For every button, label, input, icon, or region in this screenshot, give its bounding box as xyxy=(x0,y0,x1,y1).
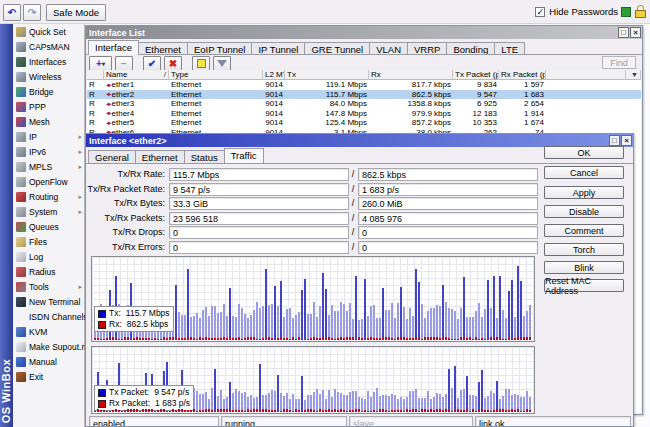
stat-tx-field: 115.7 Mbps xyxy=(169,168,349,181)
column-header-Rx Packet (p/s)[interactable]: Rx Packet (p/s) xyxy=(499,70,546,80)
dialog-tab-general[interactable]: General xyxy=(88,150,136,163)
sort-indicator: / xyxy=(164,70,166,79)
sidebar-item-ppp[interactable]: PPP xyxy=(13,99,84,114)
cancel-button[interactable]: Cancel xyxy=(544,166,624,179)
filter-dropdown-icon[interactable]: ▼ xyxy=(631,71,638,78)
dialog-tab-status[interactable]: Status xyxy=(184,150,225,163)
legend-swatch xyxy=(98,321,106,329)
column-header-Rx[interactable]: Rx xyxy=(369,70,453,80)
apply-button[interactable]: Apply xyxy=(544,186,624,199)
capsman-icon xyxy=(16,42,26,52)
sidebar-item-ip[interactable]: IP▸ xyxy=(13,129,84,144)
sidebar-item-label: PPP xyxy=(29,102,46,112)
blank-icon xyxy=(16,312,26,322)
add-icon[interactable]: +▾ xyxy=(89,56,112,71)
mpls-icon xyxy=(16,162,26,172)
safe-mode-button[interactable]: Safe Mode xyxy=(46,4,106,21)
column-header-Name[interactable]: Name/ xyxy=(104,70,169,80)
sidebar-item-label: Files xyxy=(29,237,47,247)
table-row-ether4[interactable]: R◂▸ether4Ethernet9014147.8 Mbps979.9 kbp… xyxy=(87,109,641,119)
sidebar-item-openflow[interactable]: OpenFlow xyxy=(13,174,84,189)
sidebar-item-label: New Terminal xyxy=(29,297,80,307)
column-header-Tx Packet (p/s)[interactable]: Tx Packet (p/s) xyxy=(453,70,499,80)
interface-list-titlebar[interactable]: Interface List □ × xyxy=(86,26,642,39)
maximize-icon[interactable]: □ xyxy=(618,27,629,38)
status-enabled: enabled xyxy=(89,416,219,427)
hide-passwords-checkbox[interactable]: ✓ xyxy=(535,7,545,17)
sidebar-item-label: OpenFlow xyxy=(29,177,68,187)
openflow-icon xyxy=(16,177,26,187)
ok-button[interactable]: OK xyxy=(544,146,624,159)
wireless-icon xyxy=(16,72,26,82)
sidebar-item-system[interactable]: System▸ xyxy=(13,204,84,219)
sidebar-item-files[interactable]: Files xyxy=(13,234,84,249)
status-link-ok: link ok xyxy=(475,416,631,427)
dialog-tab-ethernet[interactable]: Ethernet xyxy=(135,150,185,163)
dialog-tab-traffic[interactable]: Traffic xyxy=(224,148,264,163)
tab-interface[interactable]: Interface xyxy=(88,40,139,55)
sidebar-item-mpls[interactable]: MPLS▸ xyxy=(13,159,84,174)
sidebar-item-quick-set[interactable]: Quick Set xyxy=(13,24,84,39)
sidebar-item-ipv6[interactable]: IPv6▸ xyxy=(13,144,84,159)
column-header-Type[interactable]: Type xyxy=(169,70,263,80)
legend-value: 862.5 kbps xyxy=(127,319,169,330)
stat-rx-field: 0 xyxy=(358,241,538,254)
column-header-8[interactable] xyxy=(546,70,626,80)
find-button[interactable]: Find xyxy=(602,56,636,69)
undo-icon[interactable]: ↶ xyxy=(3,4,21,21)
sidebar-item-label: KVM xyxy=(29,327,47,337)
table-row-ether1[interactable]: R◂▸ether1Ethernet9014119.1 Mbps817.7 kbp… xyxy=(87,80,641,90)
column-header-0[interactable] xyxy=(87,70,104,80)
disable-icon[interactable]: ✖ xyxy=(164,56,182,71)
sidebar-item-isdn-channels[interactable]: ISDN Channels xyxy=(13,309,84,324)
sidebar-item-interfaces[interactable]: Interfaces xyxy=(13,54,84,69)
sidebar-item-mesh[interactable]: Mesh xyxy=(13,114,84,129)
maximize-icon[interactable]: □ xyxy=(609,135,620,146)
legend-value: 1 683 p/s xyxy=(155,398,190,409)
sidebar-item-radius[interactable]: Radius xyxy=(13,264,84,279)
sidebar-item-capsman[interactable]: CAPsMAN xyxy=(13,39,84,54)
blink-button[interactable]: Blink xyxy=(544,261,624,274)
column-header-Tx[interactable]: Tx xyxy=(285,70,369,80)
sidebar-item-label: ISDN Channels xyxy=(29,312,88,322)
manual-icon xyxy=(16,357,26,367)
sidebar-item-routing[interactable]: Routing▸ xyxy=(13,189,84,204)
remove-icon[interactable]: − xyxy=(115,56,133,71)
table-row-ether5[interactable]: R◂▸ether5Ethernet9014125.4 Mbps857.2 kbp… xyxy=(87,118,641,128)
interface-icon: ◂▸ xyxy=(106,109,111,117)
comment-button[interactable]: Comment xyxy=(544,224,624,237)
enable-icon[interactable]: ✔ xyxy=(143,56,161,71)
close-icon[interactable]: × xyxy=(621,135,632,146)
sidebar-item-wireless[interactable]: Wireless xyxy=(13,69,84,84)
sidebar-item-bridge[interactable]: Bridge xyxy=(13,84,84,99)
comment-icon[interactable] xyxy=(192,56,210,71)
disable-button[interactable]: Disable xyxy=(544,205,624,218)
interface-list-title: Interface List xyxy=(89,28,145,38)
sidebar-item-label: CAPsMAN xyxy=(29,42,70,52)
sidebar-item-exit[interactable]: Exit xyxy=(13,369,84,384)
queues-icon xyxy=(16,222,26,232)
sidebar-item-tools[interactable]: Tools▸ xyxy=(13,279,84,294)
sidebar-item-make-supout-rif[interactable]: Make Supout.rif xyxy=(13,339,84,354)
tx-rx-packet-graph: Tx Packet:9 547 p/sRx Packet:1 683 p/s xyxy=(91,346,535,414)
sidebar-item-new-terminal[interactable]: New Terminal xyxy=(13,294,84,309)
close-icon[interactable]: × xyxy=(630,27,641,38)
filter-icon[interactable] xyxy=(213,56,231,71)
stat-separator: / xyxy=(349,242,357,252)
redo-icon[interactable]: ↷ xyxy=(23,4,41,21)
sidebar-item-label: Mesh xyxy=(29,117,50,127)
interface-icon: ◂▸ xyxy=(106,119,111,127)
sidebar-item-kvm[interactable]: KVM xyxy=(13,324,84,339)
stat-label: Tx/Rx Bytes: xyxy=(86,198,165,208)
sidebar-item-log[interactable]: Log xyxy=(13,249,84,264)
column-header-filter[interactable]: ▼ xyxy=(626,70,641,80)
column-header-L2 MTU[interactable]: L2 MTU xyxy=(263,70,285,80)
reset-mac-address-button[interactable]: Reset MAC Address xyxy=(544,279,624,292)
sidebar-item-label: Exit xyxy=(29,372,43,382)
table-row-ether2[interactable]: R◂▸ether2Ethernet9014115.7 Mbps862.5 kbp… xyxy=(87,90,641,100)
sidebar-item-queues[interactable]: Queues xyxy=(13,219,84,234)
sidebar-item-manual[interactable]: Manual xyxy=(13,354,84,369)
table-row-ether3[interactable]: R◂▸ether3Ethernet901484.0 Mbps1358.8 kbp… xyxy=(87,99,641,109)
torch-button[interactable]: Torch xyxy=(544,243,624,256)
stat-tx-field: 33.3 GiB xyxy=(169,197,349,210)
